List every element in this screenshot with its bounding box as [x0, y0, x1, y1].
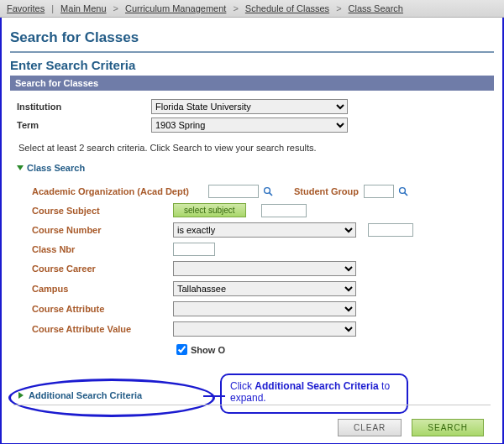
search-button[interactable]: SEARCH	[412, 419, 484, 436]
select-subject-button[interactable]: select subject	[173, 203, 246, 217]
crumb-sep: |	[48, 3, 57, 13]
course-attribute-select[interactable]	[173, 301, 356, 316]
divider	[13, 405, 491, 405]
section-bar: Search for Classes	[10, 76, 494, 91]
triangle-right-icon[interactable]	[18, 392, 24, 399]
lookup-icon[interactable]	[397, 185, 409, 197]
campus-select[interactable]: Tallahassee	[173, 281, 356, 296]
course-number-op-select[interactable]: is exactly	[173, 222, 356, 238]
crumb-curriculum-management[interactable]: Curriculum Management	[122, 3, 229, 13]
institution-select[interactable]: Florida State University	[151, 99, 348, 114]
lookup-icon[interactable]	[262, 185, 274, 197]
svg-point-2	[400, 188, 406, 194]
clear-button[interactable]: CLEAR	[338, 419, 402, 436]
triangle-down-icon[interactable]	[17, 165, 24, 170]
crumb-schedule-of-classes[interactable]: Schedule of Classes	[242, 3, 333, 13]
campus-label: Campus	[32, 284, 173, 294]
crumb-favorites[interactable]: Favorites	[3, 3, 48, 13]
svg-line-1	[270, 193, 272, 196]
svg-point-0	[265, 188, 270, 194]
student-group-label: Student Group	[294, 186, 359, 196]
class-nbr-label: Class Nbr	[32, 244, 173, 254]
chevron-right-icon: >	[110, 3, 122, 13]
course-subject-label: Course Subject	[32, 206, 173, 216]
term-label: Term	[12, 120, 151, 130]
search-hint: Select at least 2 search criteria. Click…	[18, 143, 486, 153]
callout-text-bold: Additional Search Criteria	[255, 380, 378, 392]
class-nbr-input[interactable]	[173, 243, 215, 256]
course-career-select[interactable]	[173, 261, 356, 276]
acad-org-input[interactable]	[208, 185, 259, 198]
acad-org-label: Academic Organization (Acad Dept)	[32, 186, 208, 196]
student-group-input[interactable]	[364, 185, 394, 198]
app-frame: Search for Classes Enter Search Criteria…	[0, 18, 504, 444]
course-number-label: Course Number	[32, 225, 173, 235]
crumb-class-search[interactable]: Class Search	[345, 3, 407, 13]
annotation-callout: Click Additional Search Criteria to expa…	[220, 373, 408, 414]
callout-text-pre: Click	[230, 380, 255, 392]
show-open-label: Show O	[191, 345, 225, 355]
additional-search-criteria-link[interactable]: Additional Search Criteria	[29, 390, 142, 400]
course-career-label: Course Career	[32, 264, 173, 274]
svg-line-3	[405, 193, 407, 196]
show-open-checkbox[interactable]	[176, 344, 187, 355]
course-attr-value-label: Course Attribute Value	[32, 324, 173, 334]
chevron-right-icon: >	[333, 3, 344, 13]
institution-label: Institution	[12, 102, 151, 112]
class-search-header[interactable]: Class Search	[27, 163, 85, 173]
breadcrumb: Favorites | Main Menu > Curriculum Manag…	[0, 0, 504, 18]
course-subject-input[interactable]	[261, 204, 307, 217]
divider	[10, 51, 494, 53]
chevron-right-icon: >	[229, 3, 241, 13]
crumb-main-menu[interactable]: Main Menu	[57, 3, 109, 13]
page-title: Search for Classes	[10, 29, 494, 46]
term-select[interactable]: 1903 Spring	[151, 118, 348, 133]
course-number-input[interactable]	[368, 223, 413, 237]
course-attribute-label: Course Attribute	[32, 304, 173, 314]
section-title: Enter Search Criteria	[10, 58, 494, 72]
course-attr-value-select[interactable]	[173, 321, 356, 337]
